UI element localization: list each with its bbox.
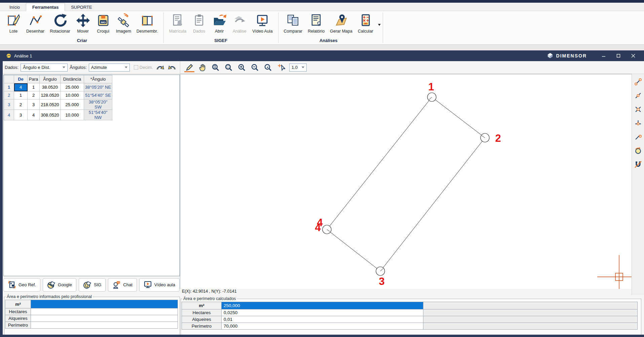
angulos-select[interactable]: Azimute xyxy=(89,64,130,72)
redo-icon xyxy=(168,64,176,72)
ribbon-item-mover[interactable]: Mover xyxy=(74,12,92,37)
ribbon-overflow-arrow-icon[interactable] xyxy=(378,24,381,26)
pan-hand-button[interactable] xyxy=(197,63,207,72)
app-window: Início Ferramentas SUPORTE Lote Desenhar… xyxy=(0,0,644,337)
ribbon-item-analise: Análise xyxy=(230,12,249,37)
informed-hectares-value[interactable] xyxy=(31,308,178,315)
tab-inicio[interactable]: Início xyxy=(3,3,26,11)
table-row: 4 3 4 308.0520 10.000 51°54'40" NW xyxy=(4,110,112,120)
snap-endpoint-button[interactable] xyxy=(634,77,642,86)
abrir-icon xyxy=(212,13,227,28)
calculated-alqueires-value: 0,01 xyxy=(222,316,423,323)
ribbon-tab-row: Início Ferramentas SUPORTE xyxy=(0,3,644,11)
snap-tangent-button[interactable] xyxy=(634,132,642,141)
draw-pencil-button[interactable] xyxy=(184,63,194,72)
ribbon-item-gerar-mapa[interactable]: Gerar Mapa xyxy=(328,12,354,37)
table-row: Alqueires xyxy=(5,315,178,322)
video-aula-icon xyxy=(255,13,270,28)
data-grid-panel: De Para Ângulo Distância *Ângulo 1 4 1 3… xyxy=(3,75,180,276)
lote-icon xyxy=(6,13,21,28)
window-bottom-border xyxy=(0,335,644,337)
ribbon-item-desmembr[interactable]: Desmembr. xyxy=(135,12,160,37)
minimize-button[interactable] xyxy=(596,51,611,61)
snap-node-icon xyxy=(634,119,642,127)
informed-area-table: m² Hectares Alqueires Perímetro xyxy=(5,300,178,329)
google-button[interactable]: Google xyxy=(43,278,76,292)
ribbon-item-abrir[interactable]: Abrir xyxy=(210,12,229,37)
ribbon-item-croqui[interactable]: IMG Croqui xyxy=(94,12,113,37)
chat-button[interactable]: Chat xyxy=(108,278,137,292)
tab-ferramentas[interactable]: Ferramentas xyxy=(26,3,65,11)
snap-intersection-button[interactable] xyxy=(634,105,642,114)
zoom-previous-button[interactable] xyxy=(263,63,273,72)
snap-pointer-icon xyxy=(277,64,285,72)
table-row: Alqueires0,01 xyxy=(182,316,638,323)
snap-midpoint-button[interactable] xyxy=(634,91,642,100)
ribbon-item-imagem[interactable]: Imagem xyxy=(114,12,133,37)
dados-select[interactable]: Ângulo e Dist. xyxy=(21,64,68,72)
doc-toolbar: Dados: Ângulo e Dist. Ângulos: Azimute D… xyxy=(3,61,644,74)
gerar-mapa-icon xyxy=(334,13,349,28)
zoom-in-button[interactable] xyxy=(237,63,247,72)
ribbon-group-analises: Comparar Relatório Gerar Mapa Calcular A… xyxy=(280,11,377,44)
snap-endpoint-icon xyxy=(634,78,642,86)
snap-pointer-button[interactable] xyxy=(276,63,286,72)
informed-alqueires-value[interactable] xyxy=(31,315,178,322)
scale-select[interactable]: 1.0 xyxy=(289,64,307,72)
undo-icon xyxy=(156,64,164,72)
ribbon-item-video-aula[interactable]: Vídeo Aula xyxy=(250,12,274,37)
group-label-criar: Criar xyxy=(2,37,162,44)
geo-ref-button[interactable]: Geo Ref. xyxy=(3,278,40,292)
ribbon: Lote Desenhar Rotacionar Mover IMG Croqu… xyxy=(0,11,644,45)
ribbon-group-sigef: Matrícula Dados Abrir Análise Vídeo Aula xyxy=(165,11,277,44)
circle-tool-button[interactable] xyxy=(634,146,642,155)
informed-m2-value[interactable] xyxy=(31,300,178,308)
drawing-canvas[interactable]: 1 2 3 4 4 xyxy=(180,74,632,289)
snap-toggle-magnet-button[interactable] xyxy=(634,160,642,169)
snap-node-button[interactable] xyxy=(634,119,642,127)
mover-icon xyxy=(76,13,90,28)
zoom-in-icon xyxy=(238,64,246,72)
tab-suporte[interactable]: SUPORTE xyxy=(65,3,98,11)
calculated-perimetro-value: 70,000 xyxy=(222,323,423,330)
polygon-drawing: 1 2 3 4 4 xyxy=(180,74,632,289)
vertex-label-1: 1 xyxy=(428,81,434,93)
pencil-icon xyxy=(185,64,193,72)
zoom-extents-button[interactable] xyxy=(224,63,234,72)
video-aula-button[interactable]: Vídeo aula xyxy=(139,278,180,292)
ribbon-item-lote[interactable]: Lote xyxy=(4,12,23,37)
dados-icon xyxy=(192,13,206,28)
rotacionar-icon xyxy=(52,13,67,28)
chat-icon xyxy=(112,281,121,289)
vertex-label-3: 3 xyxy=(379,276,384,287)
informed-area-panel: Área e perímetro informados pelo profiss… xyxy=(4,294,180,335)
imagem-icon xyxy=(116,13,131,28)
ribbon-item-relatorio[interactable]: Relatório xyxy=(306,12,327,37)
doc-titlebar: Análise 1 DIMENSOR xyxy=(3,50,644,61)
decim-checkbox[interactable]: Decim. xyxy=(134,65,153,70)
sig-button[interactable]: SIG xyxy=(79,278,106,292)
window-top-border xyxy=(0,0,644,3)
ribbon-item-matricula: Matrícula xyxy=(167,12,188,37)
ribbon-item-calcular[interactable]: Calcular xyxy=(356,12,375,37)
zoom-out-button[interactable] xyxy=(250,63,260,72)
table-row: 2 1 2 128.0520 10.000 51°54'40" SE xyxy=(4,91,112,99)
redo-button[interactable] xyxy=(167,63,177,72)
ribbon-item-rotacionar[interactable]: Rotacionar xyxy=(48,12,72,37)
table-row: 3 2 3 218.0520 25.000 38°05'20" SW xyxy=(4,99,112,110)
analise-icon xyxy=(232,13,247,28)
selected-cell[interactable]: 4 xyxy=(14,83,28,91)
workspace-gap xyxy=(0,45,644,50)
close-button[interactable] xyxy=(626,51,641,61)
undo-button[interactable] xyxy=(155,63,165,72)
matricula-icon xyxy=(170,13,185,28)
table-row: Hectares xyxy=(5,308,178,315)
informed-perimetro-value[interactable] xyxy=(31,322,178,329)
ribbon-item-desenhar[interactable]: Desenhar xyxy=(24,12,46,37)
ribbon-item-comparar[interactable]: Comparar xyxy=(282,12,305,37)
comparar-icon xyxy=(286,13,300,28)
zoom-document-button[interactable] xyxy=(211,63,221,72)
zoom-extents-icon xyxy=(225,64,233,72)
ribbon-separator xyxy=(383,12,383,43)
maximize-button[interactable] xyxy=(611,51,626,61)
